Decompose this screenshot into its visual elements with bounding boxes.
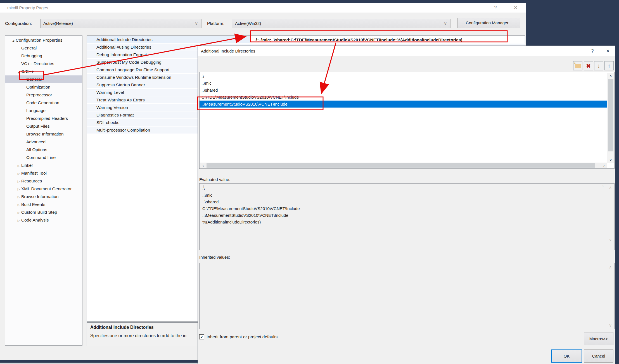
window-title: micdll Property Pages bbox=[7, 3, 48, 13]
list-vertical-scrollbar[interactable]: ∧ ∨ bbox=[607, 73, 614, 163]
scroll-up-icon[interactable]: ∧ bbox=[608, 265, 613, 269]
dialog-title: Additional Include Directories bbox=[201, 46, 255, 56]
list-item[interactable]: ..\shared bbox=[200, 87, 607, 94]
inherit-defaults-label: Inherit from parent or project defaults bbox=[207, 334, 278, 340]
tree-item-precompiled-headers[interactable]: Precompiled Headers bbox=[5, 115, 82, 122]
expander-collapsed-icon[interactable] bbox=[16, 210, 21, 215]
scroll-up-icon[interactable]: ∧ bbox=[608, 185, 613, 190]
list-item[interactable]: ..\mic bbox=[200, 80, 607, 87]
evaluated-line: .\ bbox=[202, 185, 614, 192]
evaluated-line: C:\TDE\MeasurementStudioVS2010\VCNET\Inc… bbox=[202, 205, 614, 212]
tree-item-language[interactable]: Language bbox=[5, 107, 82, 115]
tree-item-code-generation[interactable]: Code Generation bbox=[5, 99, 82, 107]
tree-item-optimization[interactable]: Optimization bbox=[5, 83, 82, 91]
additional-include-directories-value-field[interactable]: .\;..\mic;..\shared;C:\TDE\MeasurementSt… bbox=[250, 36, 525, 44]
desktop: micdll Property Pages ? ✕ Configuration:… bbox=[0, 0, 619, 364]
inherited-values-label: Inherited values: bbox=[199, 255, 230, 260]
tree-item-configuration-properties[interactable]: Configuration Properties bbox=[5, 36, 82, 44]
list-item-selected[interactable]: ..\MeasurementStudioVS2010\VCNET\Include bbox=[200, 101, 607, 108]
tree-item-resources[interactable]: Resources bbox=[5, 177, 82, 185]
new-line-button[interactable] bbox=[573, 61, 582, 70]
evaluated-line: ..\MeasurementStudioVS2010\VCNET\Include bbox=[202, 212, 614, 219]
expander-collapsed-icon[interactable] bbox=[16, 186, 21, 191]
tree-item-command-line[interactable]: Command Line bbox=[5, 154, 82, 161]
list-item[interactable]: C:\TDE\MeasurementStudioVS2010\VCNET\Inc… bbox=[200, 94, 607, 101]
help-icon[interactable]: ? bbox=[489, 3, 502, 13]
scroll-left-icon[interactable]: ‹ bbox=[200, 163, 206, 168]
expander-expanded-icon[interactable] bbox=[16, 69, 21, 74]
chevron-down-icon: ∨ bbox=[195, 19, 198, 28]
delete-button[interactable]: ✖ bbox=[584, 61, 593, 70]
evaluated-line: ..\shared bbox=[202, 199, 614, 205]
tree-item-general[interactable]: General bbox=[5, 44, 82, 52]
close-icon[interactable]: ✕ bbox=[509, 3, 522, 13]
configuration-tree: Configuration Properties General Debuggi… bbox=[5, 35, 82, 346]
directories-listbox[interactable]: .\ ..\mic ..\shared C:\TDE\MeasurementSt… bbox=[199, 72, 615, 169]
macros-button[interactable]: Macros>> bbox=[584, 332, 613, 345]
move-down-icon bbox=[597, 63, 600, 69]
evaluated-value-label: Evaluated value: bbox=[199, 177, 230, 182]
help-icon[interactable]: ? bbox=[587, 46, 598, 56]
inherit-defaults-checkbox[interactable] bbox=[199, 334, 204, 339]
main-titlebar: micdll Property Pages ? ✕ bbox=[0, 3, 526, 13]
configuration-manager-button[interactable]: Configuration Manager... bbox=[457, 18, 520, 28]
scrollbar-thumb[interactable] bbox=[207, 163, 595, 168]
tree-item-debugging[interactable]: Debugging bbox=[5, 52, 82, 60]
tree-item-c-cpp[interactable]: C/C++ bbox=[5, 68, 82, 75]
expander-collapsed-icon[interactable] bbox=[16, 179, 21, 184]
configuration-label: Configuration: bbox=[5, 19, 32, 28]
inherited-values-box[interactable]: ∧ ∨ bbox=[199, 263, 615, 329]
tree-item-browse-information-2[interactable]: Browse Information bbox=[5, 193, 82, 201]
tree-item-manifest-tool[interactable]: Manifest Tool bbox=[5, 169, 82, 177]
scrollbar-thumb[interactable] bbox=[608, 79, 613, 151]
delete-icon: ✖ bbox=[586, 63, 591, 69]
evaluated-line: %(AdditionalIncludeDirectories) bbox=[202, 219, 614, 225]
evaluated-line: ..\mic bbox=[202, 192, 614, 199]
tree-item-code-analysis[interactable]: Code Analysis bbox=[5, 216, 82, 224]
scroll-right-icon[interactable]: › bbox=[601, 163, 607, 168]
move-down-button[interactable] bbox=[594, 61, 603, 70]
configuration-dropdown-value: Active(Release) bbox=[43, 21, 73, 26]
move-up-icon bbox=[608, 63, 611, 69]
evaluated-value-box[interactable]: .\ ..\mic ..\shared C:\TDE\MeasurementSt… bbox=[199, 183, 615, 250]
scroll-right-icon[interactable]: › bbox=[600, 183, 606, 249]
expander-collapsed-icon[interactable] bbox=[16, 194, 21, 199]
expander-collapsed-icon[interactable] bbox=[16, 218, 21, 223]
platform-label: Platform: bbox=[207, 19, 224, 28]
dialog-titlebar: Additional Include Directories ? ✕ bbox=[198, 46, 615, 56]
tree-item-browse-information[interactable]: Browse Information bbox=[5, 130, 82, 138]
cancel-button[interactable]: Cancel bbox=[584, 349, 613, 363]
tree-item-linker[interactable]: Linker bbox=[5, 161, 82, 169]
description-title: Additional Include Directories bbox=[90, 325, 154, 330]
tree-item-custom-build-step[interactable]: Custom Build Step bbox=[5, 208, 82, 216]
expander-expanded-icon[interactable] bbox=[11, 38, 16, 43]
move-up-button[interactable] bbox=[604, 61, 614, 70]
scroll-down-icon[interactable]: ∨ bbox=[608, 237, 613, 242]
scroll-up-icon[interactable]: ∧ bbox=[607, 73, 614, 78]
chevron-down-icon: ∨ bbox=[444, 19, 447, 28]
tree-item-advanced[interactable]: Advanced bbox=[5, 138, 82, 146]
tree-item-vc-directories[interactable]: VC++ Directories bbox=[5, 60, 82, 68]
tree-item-general-selected[interactable]: General bbox=[5, 75, 82, 83]
additional-include-directories-dialog: Additional Include Directories ? ✕ ✖ .\ … bbox=[198, 46, 615, 364]
scroll-down-icon[interactable]: ∨ bbox=[607, 158, 614, 162]
platform-dropdown[interactable]: Active(Win32) ∨ bbox=[232, 19, 450, 28]
tree-item-build-events[interactable]: Build Events bbox=[5, 201, 82, 208]
list-horizontal-scrollbar[interactable]: ‹ › bbox=[200, 163, 607, 168]
configuration-dropdown[interactable]: Active(Release) ∨ bbox=[40, 19, 201, 28]
tree-item-preprocessor[interactable]: Preprocessor bbox=[5, 91, 82, 99]
expander-collapsed-icon[interactable] bbox=[16, 163, 21, 168]
platform-dropdown-value: Active(Win32) bbox=[235, 21, 261, 26]
expander-collapsed-icon[interactable] bbox=[16, 202, 21, 207]
tree-item-all-options[interactable]: All Options bbox=[5, 146, 82, 154]
close-icon[interactable]: ✕ bbox=[602, 46, 613, 56]
tree-item-output-files[interactable]: Output Files bbox=[5, 122, 82, 130]
new-line-icon bbox=[575, 64, 581, 68]
ok-button[interactable]: OK bbox=[551, 349, 582, 363]
scroll-left-icon[interactable]: ‹ bbox=[201, 183, 206, 249]
tree-item-xml-document-generator[interactable]: XML Document Generator bbox=[5, 185, 82, 193]
list-item[interactable]: .\ bbox=[200, 73, 607, 80]
expander-collapsed-icon[interactable] bbox=[16, 171, 21, 176]
scroll-down-icon[interactable]: ∨ bbox=[608, 323, 613, 327]
description-text: Specifies one or more directories to add… bbox=[90, 333, 186, 338]
